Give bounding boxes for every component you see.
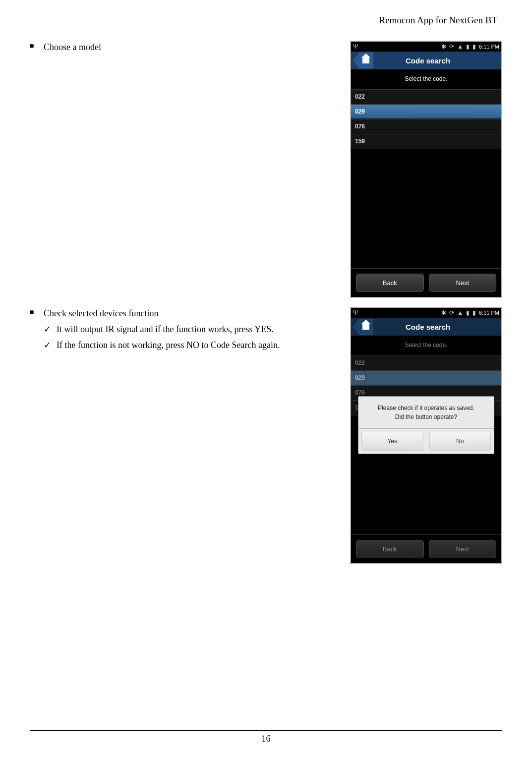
bluetooth-icon: ✱ (441, 43, 446, 50)
battery-icon: ▮ (473, 309, 476, 316)
back-arrow-icon (353, 319, 359, 334)
usb-icon: Ψ (353, 43, 358, 50)
status-time: 6:11 PM (479, 310, 499, 316)
code-item-0[interactable]: 022 (351, 89, 501, 104)
wifi-icon: ▲ (457, 309, 463, 316)
page-footer: 16 (30, 730, 502, 744)
instruction-text: Select the code. (351, 336, 501, 355)
back-arrow-icon (353, 53, 359, 68)
back-nav-button[interactable]: Back (356, 274, 424, 292)
status-bar: Ψ ✱ ⟳ ▲ ▮ ▮ 6:11 PM (351, 42, 501, 52)
next-nav-button: Next (429, 540, 497, 558)
code-list: 022 029 076 159 (351, 89, 501, 149)
page-header: Remocon App for NextGen BT (30, 15, 502, 26)
dialog-line-2: Did the button operate? (363, 412, 489, 421)
text-column: Choose a model (30, 41, 350, 298)
check-item-1: It will output IR signal and if the func… (44, 323, 345, 336)
app-bar: Code search (351, 52, 501, 69)
home-icon (362, 58, 369, 63)
app-bar: Code search (351, 318, 501, 336)
code-item-3[interactable]: 159 (351, 134, 501, 149)
signal-icon: ▮ (466, 309, 470, 316)
bottom-bar: Back Next (351, 268, 501, 297)
dialog-line-1: Please check if it operates as saved. (363, 404, 489, 412)
usb-icon: Ψ (353, 309, 358, 316)
bluetooth-icon: ✱ (441, 309, 446, 316)
back-button (353, 319, 373, 334)
code-item-1[interactable]: 029 (351, 104, 501, 119)
dialog-text: Please check if it operates as saved. Di… (358, 397, 494, 428)
dialog-no-button[interactable]: No (429, 432, 491, 451)
section-check-function: Check selected devices function It will … (30, 307, 502, 564)
next-nav-button[interactable]: Next (429, 274, 497, 292)
sync-icon: ⟳ (449, 43, 454, 50)
page-number: 16 (262, 734, 271, 744)
dialog-yes-button[interactable]: Yes (361, 432, 423, 451)
battery-icon: ▮ (473, 43, 476, 50)
signal-icon: ▮ (466, 43, 470, 50)
screenshot-column: Ψ ✱ ⟳ ▲ ▮ ▮ 6:11 PM (350, 307, 502, 564)
document-page: Remocon App for NextGen BT Choose a mode… (0, 0, 532, 759)
status-bar: Ψ ✱ ⟳ ▲ ▮ ▮ 6:11 PM (351, 308, 501, 318)
code-item-1: 029 (351, 370, 501, 385)
check-item-2: If the function is not working, press NO… (44, 339, 345, 352)
code-item-0: 022 (351, 355, 501, 370)
list-empty-area (351, 149, 501, 268)
phone-screenshot-2: Ψ ✱ ⟳ ▲ ▮ ▮ 6:11 PM (350, 307, 502, 564)
wifi-icon: ▲ (457, 43, 463, 50)
app-bar-title: Code search (373, 57, 501, 65)
bullet-check-function: Check selected devices function (30, 307, 345, 320)
phone-screenshot-1: Ψ ✱ ⟳ ▲ ▮ ▮ 6:11 PM (350, 41, 502, 298)
app-bar-title: Code search (373, 323, 501, 331)
back-button[interactable] (353, 53, 373, 68)
text-column: Check selected devices function It will … (30, 307, 350, 564)
instruction-text: Select the code. (351, 69, 501, 89)
bullet-choose-model: Choose a model (30, 41, 345, 54)
page-content: Choose a model Ψ ✱ ⟳ ▲ ▮ ▮ (30, 41, 502, 564)
code-item-2[interactable]: 076 (351, 119, 501, 134)
home-icon (362, 324, 369, 330)
screenshot-column: Ψ ✱ ⟳ ▲ ▮ ▮ 6:11 PM (350, 41, 502, 298)
dialog-buttons: Yes No (358, 428, 494, 454)
status-time: 6:11 PM (479, 44, 499, 50)
confirm-dialog: Please check if it operates as saved. Di… (358, 396, 494, 454)
sync-icon: ⟳ (449, 309, 454, 316)
section-choose-model: Choose a model Ψ ✱ ⟳ ▲ ▮ ▮ (30, 41, 502, 298)
back-nav-button: Back (356, 540, 424, 558)
bottom-bar: Back Next (351, 534, 501, 563)
